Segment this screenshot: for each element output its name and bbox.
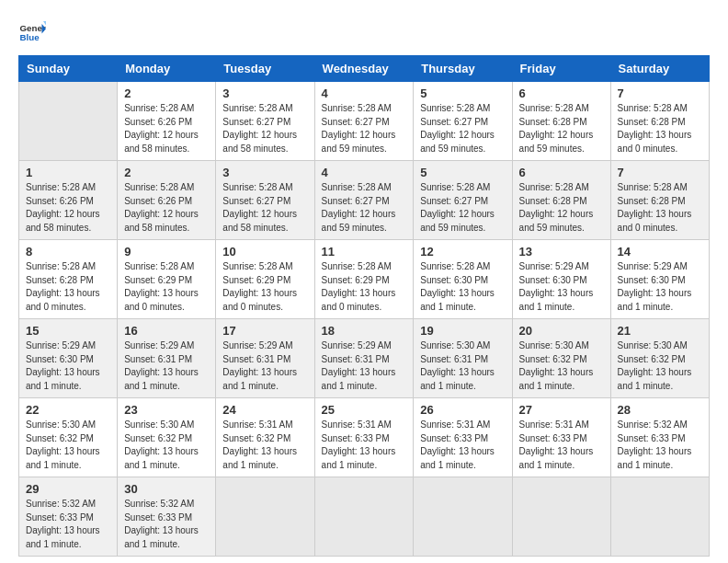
- calendar-body: 2Sunrise: 5:28 AM Sunset: 6:26 PM Daylig…: [19, 82, 710, 557]
- day-info: Sunrise: 5:28 AM Sunset: 6:28 PM Dayligh…: [519, 181, 604, 235]
- calendar-cell: 6Sunrise: 5:28 AM Sunset: 6:28 PM Daylig…: [512, 161, 610, 240]
- calendar-cell: 27Sunrise: 5:31 AM Sunset: 6:33 PM Dayli…: [512, 398, 610, 477]
- day-info: Sunrise: 5:31 AM Sunset: 6:33 PM Dayligh…: [519, 419, 604, 472]
- day-info: Sunrise: 5:31 AM Sunset: 6:32 PM Dayligh…: [222, 419, 307, 472]
- day-info: Sunrise: 5:28 AM Sunset: 6:30 PM Dayligh…: [420, 260, 505, 314]
- calendar-cell: [512, 477, 610, 557]
- day-info: Sunrise: 5:32 AM Sunset: 6:33 PM Dayligh…: [124, 498, 209, 551]
- calendar-cell: 19Sunrise: 5:30 AM Sunset: 6:31 PM Dayli…: [414, 319, 512, 398]
- day-number: 2: [124, 86, 209, 100]
- header-thursday: Thursday: [414, 56, 512, 82]
- day-info: Sunrise: 5:28 AM Sunset: 6:26 PM Dayligh…: [26, 181, 110, 235]
- calendar-cell: 28Sunrise: 5:32 AM Sunset: 6:33 PM Dayli…: [610, 398, 709, 477]
- calendar-row: 1Sunrise: 5:28 AM Sunset: 6:26 PM Daylig…: [19, 161, 710, 240]
- calendar-row: 15Sunrise: 5:29 AM Sunset: 6:30 PM Dayli…: [19, 319, 710, 398]
- day-info: Sunrise: 5:29 AM Sunset: 6:31 PM Dayligh…: [124, 339, 209, 393]
- day-info: Sunrise: 5:28 AM Sunset: 6:27 PM Dayligh…: [420, 102, 505, 155]
- day-number: 17: [222, 324, 307, 338]
- day-number: 12: [420, 245, 505, 259]
- day-info: Sunrise: 5:28 AM Sunset: 6:28 PM Dayligh…: [618, 102, 702, 155]
- day-info: Sunrise: 5:29 AM Sunset: 6:31 PM Dayligh…: [322, 339, 407, 393]
- day-number: 8: [26, 245, 110, 259]
- header-sunday: Sunday: [19, 56, 118, 82]
- calendar-cell: 3Sunrise: 5:28 AM Sunset: 6:27 PM Daylig…: [216, 161, 314, 240]
- day-info: Sunrise: 5:29 AM Sunset: 6:30 PM Dayligh…: [26, 339, 110, 393]
- calendar-row: 8Sunrise: 5:28 AM Sunset: 6:28 PM Daylig…: [19, 240, 710, 319]
- day-number: 10: [222, 245, 307, 259]
- day-number: 21: [618, 324, 702, 338]
- day-info: Sunrise: 5:31 AM Sunset: 6:33 PM Dayligh…: [322, 419, 407, 472]
- calendar-table: Sunday Monday Tuesday Wednesday Thursday…: [18, 55, 710, 557]
- day-info: Sunrise: 5:28 AM Sunset: 6:26 PM Dayligh…: [124, 102, 209, 155]
- calendar-cell: 20Sunrise: 5:30 AM Sunset: 6:32 PM Dayli…: [512, 319, 610, 398]
- day-info: Sunrise: 5:30 AM Sunset: 6:32 PM Dayligh…: [519, 339, 604, 393]
- calendar-cell: [216, 477, 314, 557]
- calendar-row: 29Sunrise: 5:32 AM Sunset: 6:33 PM Dayli…: [19, 477, 710, 557]
- day-info: Sunrise: 5:32 AM Sunset: 6:33 PM Dayligh…: [26, 498, 110, 551]
- day-number: 9: [124, 245, 209, 259]
- day-number: 3: [222, 166, 307, 179]
- logo: General Blue: [18, 18, 46, 46]
- day-number: 18: [322, 324, 407, 338]
- day-info: Sunrise: 5:32 AM Sunset: 6:33 PM Dayligh…: [618, 419, 702, 472]
- header-wednesday: Wednesday: [314, 56, 414, 82]
- day-info: Sunrise: 5:29 AM Sunset: 6:31 PM Dayligh…: [222, 339, 307, 393]
- header-saturday: Saturday: [610, 56, 709, 82]
- calendar-row: 2Sunrise: 5:28 AM Sunset: 6:26 PM Daylig…: [19, 82, 710, 161]
- calendar-cell: 25Sunrise: 5:31 AM Sunset: 6:33 PM Dayli…: [314, 398, 414, 477]
- day-info: Sunrise: 5:28 AM Sunset: 6:28 PM Dayligh…: [618, 181, 702, 235]
- day-info: Sunrise: 5:28 AM Sunset: 6:26 PM Dayligh…: [124, 181, 209, 235]
- calendar-row: 22Sunrise: 5:30 AM Sunset: 6:32 PM Dayli…: [19, 398, 710, 477]
- day-info: Sunrise: 5:30 AM Sunset: 6:32 PM Dayligh…: [124, 419, 209, 472]
- calendar-cell: [314, 477, 414, 557]
- day-number: 11: [322, 245, 407, 259]
- calendar-cell: 26Sunrise: 5:31 AM Sunset: 6:33 PM Dayli…: [414, 398, 512, 477]
- day-info: Sunrise: 5:30 AM Sunset: 6:32 PM Dayligh…: [618, 339, 702, 393]
- day-info: Sunrise: 5:30 AM Sunset: 6:31 PM Dayligh…: [420, 339, 505, 393]
- calendar-cell: 29Sunrise: 5:32 AM Sunset: 6:33 PM Dayli…: [19, 477, 118, 557]
- day-info: Sunrise: 5:28 AM Sunset: 6:27 PM Dayligh…: [322, 181, 407, 235]
- header-friday: Friday: [512, 56, 610, 82]
- day-number: 15: [26, 324, 110, 338]
- day-number: 30: [124, 482, 209, 496]
- calendar-cell: 8Sunrise: 5:28 AM Sunset: 6:28 PM Daylig…: [19, 240, 118, 319]
- day-number: 29: [26, 482, 110, 496]
- calendar-cell: 15Sunrise: 5:29 AM Sunset: 6:30 PM Dayli…: [19, 319, 118, 398]
- calendar-cell: 24Sunrise: 5:31 AM Sunset: 6:32 PM Dayli…: [216, 398, 314, 477]
- day-info: Sunrise: 5:29 AM Sunset: 6:30 PM Dayligh…: [519, 260, 604, 314]
- day-number: 28: [618, 403, 702, 417]
- calendar-cell: 4Sunrise: 5:28 AM Sunset: 6:27 PM Daylig…: [314, 161, 414, 240]
- calendar-cell: 22Sunrise: 5:30 AM Sunset: 6:32 PM Dayli…: [19, 398, 118, 477]
- calendar-cell: 7Sunrise: 5:28 AM Sunset: 6:28 PM Daylig…: [610, 82, 709, 161]
- day-number: 24: [222, 403, 307, 417]
- day-number: 5: [420, 166, 505, 179]
- day-number: 6: [519, 166, 604, 179]
- day-number: 4: [322, 166, 407, 179]
- day-number: 6: [519, 86, 604, 100]
- header-monday: Monday: [118, 56, 216, 82]
- day-number: 23: [124, 403, 209, 417]
- calendar-cell: 11Sunrise: 5:28 AM Sunset: 6:29 PM Dayli…: [314, 240, 414, 319]
- calendar-cell: 9Sunrise: 5:28 AM Sunset: 6:29 PM Daylig…: [118, 240, 216, 319]
- day-number: 13: [519, 245, 604, 259]
- day-info: Sunrise: 5:28 AM Sunset: 6:27 PM Dayligh…: [222, 181, 307, 235]
- calendar-cell: 30Sunrise: 5:32 AM Sunset: 6:33 PM Dayli…: [118, 477, 216, 557]
- calendar-cell: 5Sunrise: 5:28 AM Sunset: 6:27 PM Daylig…: [414, 82, 512, 161]
- day-info: Sunrise: 5:28 AM Sunset: 6:27 PM Dayligh…: [322, 102, 407, 155]
- day-number: 3: [222, 86, 307, 100]
- day-number: 2: [124, 166, 209, 179]
- calendar-cell: 14Sunrise: 5:29 AM Sunset: 6:30 PM Dayli…: [610, 240, 709, 319]
- calendar-cell: 17Sunrise: 5:29 AM Sunset: 6:31 PM Dayli…: [216, 319, 314, 398]
- calendar-cell: 7Sunrise: 5:28 AM Sunset: 6:28 PM Daylig…: [610, 161, 709, 240]
- day-number: 16: [124, 324, 209, 338]
- calendar-cell: 6Sunrise: 5:28 AM Sunset: 6:28 PM Daylig…: [512, 82, 610, 161]
- day-info: Sunrise: 5:31 AM Sunset: 6:33 PM Dayligh…: [420, 419, 505, 472]
- header-tuesday: Tuesday: [216, 56, 314, 82]
- calendar-cell: 4Sunrise: 5:28 AM Sunset: 6:27 PM Daylig…: [314, 82, 414, 161]
- calendar-cell: 2Sunrise: 5:28 AM Sunset: 6:26 PM Daylig…: [118, 161, 216, 240]
- day-number: 22: [26, 403, 110, 417]
- svg-text:Blue: Blue: [20, 32, 40, 42]
- day-number: 20: [519, 324, 604, 338]
- header: General Blue: [18, 18, 710, 46]
- calendar-cell: 13Sunrise: 5:29 AM Sunset: 6:30 PM Dayli…: [512, 240, 610, 319]
